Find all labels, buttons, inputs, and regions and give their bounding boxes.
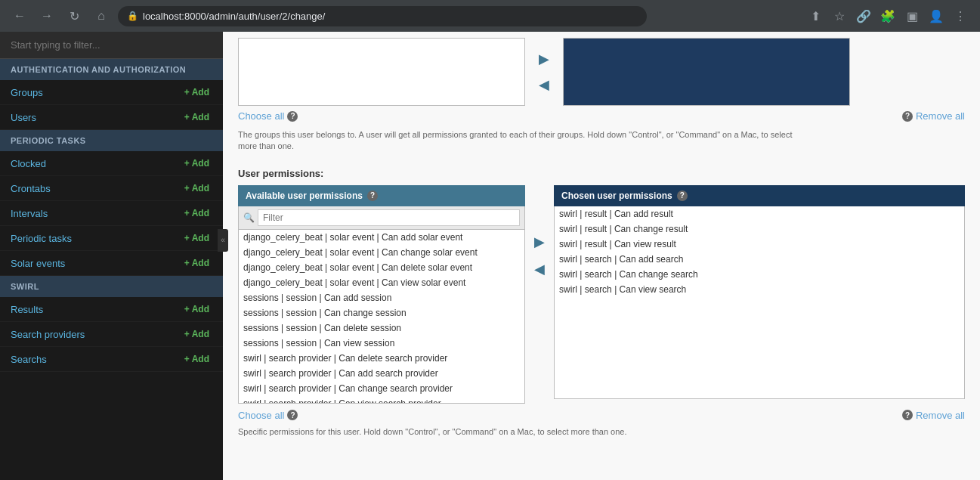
address-bar: 🔒 localhost:8000/admin/auth/user/2/chang… [118, 6, 647, 26]
lock-icon: 🔒 [127, 11, 138, 21]
chosen-permission-item[interactable]: swirl | result | Can change result [555, 221, 964, 237]
sidebar-item-results[interactable]: Results + Add [0, 297, 223, 322]
chosen-permissions-panel: Chosen user permissions ? swirl | result… [554, 185, 965, 399]
main-layout: AUTHENTICATION AND AUTHORIZATION Groups … [0, 32, 980, 480]
sidebar-item-periodic-tasks[interactable]: Periodic tasks + Add [0, 226, 223, 251]
groups-remove-all-info-icon: ? [902, 111, 913, 122]
available-permission-item[interactable]: swirl | search provider | Can change sea… [239, 381, 524, 396]
browser-chrome: ← → ↻ ⌂ 🔒 localhost:8000/admin/auth/user… [0, 0, 980, 32]
sidebar-item-search-providers[interactable]: Search providers + Add [0, 322, 223, 347]
chosen-permission-item[interactable]: swirl | search | Can add search [555, 252, 964, 267]
share-button[interactable]: ⬆ [805, 5, 826, 26]
available-groups-panel[interactable] [238, 38, 525, 106]
add-search-providers-button[interactable]: + Add [181, 327, 212, 341]
add-solar-events-button[interactable]: + Add [181, 256, 212, 270]
chosen-panel-info-icon: ? [677, 190, 688, 201]
groups-choose-all-info-icon: ? [287, 111, 298, 122]
sidebar-item-intervals[interactable]: Intervals + Add [0, 201, 223, 226]
available-permission-item[interactable]: django_celery_beat | solar event | Can c… [239, 245, 524, 260]
groups-transfer-btns: ▶ ◀ [525, 38, 563, 106]
available-panel-info-icon: ? [367, 190, 378, 201]
sidebar: AUTHENTICATION AND AUTHORIZATION Groups … [0, 32, 223, 480]
address-text: localhost:8000/admin/auth/user/2/change/ [143, 11, 638, 22]
available-permission-item[interactable]: sessions | session | Can view session [239, 336, 524, 351]
groups-panels-row: ▶ ◀ [223, 32, 980, 106]
add-searchs-button[interactable]: + Add [181, 352, 212, 366]
available-permission-item[interactable]: sessions | session | Can delete session [239, 321, 524, 336]
add-clocked-button[interactable]: + Add [181, 156, 212, 170]
available-permission-item[interactable]: swirl | search provider | Can add search… [239, 366, 524, 381]
sidebar-item-groups[interactable]: Groups + Add [0, 80, 223, 105]
permissions-transfer-btns: ▶ ◀ [525, 231, 554, 280]
permissions-panels: Available user permissions ? 🔍 django_ce… [238, 185, 965, 404]
menu-button[interactable]: ⋮ [950, 5, 971, 26]
sidebar-item-crontabs[interactable]: Crontabs + Add [0, 176, 223, 201]
sidebar-collapse-button[interactable]: « [218, 229, 228, 252]
groups-action-row: Choose all ? ? Remove all [223, 106, 980, 126]
reload-button[interactable]: ↻ [63, 5, 85, 26]
chosen-permission-item[interactable]: swirl | search | Can view search [555, 282, 964, 297]
add-intervals-button[interactable]: + Add [181, 206, 212, 220]
add-crontabs-button[interactable]: + Add [181, 181, 212, 195]
available-panel-header: Available user permissions ? [238, 185, 525, 206]
permissions-section: User permissions: Available user permiss… [223, 160, 980, 404]
available-permissions-panel: Available user permissions ? 🔍 django_ce… [238, 185, 525, 404]
sidebar-section-auth: AUTHENTICATION AND AUTHORIZATION [0, 59, 223, 80]
permissions-choose-all-button[interactable]: Choose all ? [238, 410, 298, 421]
chosen-permission-item[interactable]: swirl | search | Can change search [555, 267, 964, 282]
tablet-button[interactable]: ▣ [901, 5, 923, 26]
add-users-button[interactable]: + Add [181, 110, 212, 124]
permissions-help-text: Specific permissions for this user. Hold… [223, 426, 827, 444]
groups-choose-all-button[interactable]: Choose all ? [238, 110, 298, 122]
add-results-button[interactable]: + Add [181, 302, 212, 316]
chosen-permission-item[interactable]: swirl | result | Can add result [555, 206, 964, 221]
extension-btn[interactable]: 🔗 [853, 5, 874, 26]
permissions-choose-btn[interactable]: ▶ [531, 231, 548, 253]
back-button[interactable]: ← [9, 5, 30, 26]
chosen-permission-item[interactable]: swirl | result | Can view result [555, 237, 964, 252]
profile-button[interactable]: 👤 [926, 5, 947, 26]
permissions-remove-btn[interactable]: ◀ [531, 258, 548, 280]
available-permission-item[interactable]: swirl | search provider | Can view searc… [239, 396, 524, 404]
add-periodic-tasks-button[interactable]: + Add [181, 231, 212, 245]
chosen-permissions-list[interactable]: swirl | result | Can add resultswirl | r… [554, 206, 965, 399]
chosen-groups-panel[interactable] [563, 38, 850, 106]
sidebar-section-periodic: PERIODIC TASKS [0, 130, 223, 151]
available-permission-item[interactable]: sessions | session | Can change session [239, 305, 524, 321]
add-groups-button[interactable]: + Add [181, 85, 212, 99]
home-button[interactable]: ⌂ [91, 5, 112, 26]
sidebar-item-clocked[interactable]: Clocked + Add [0, 151, 223, 176]
sidebar-item-searchs[interactable]: Searchs + Add [0, 347, 223, 372]
available-permission-item[interactable]: django_celery_beat | solar event | Can a… [239, 230, 524, 245]
permissions-choose-all-info-icon: ? [287, 410, 298, 420]
puzzle-button[interactable]: 🧩 [877, 5, 898, 26]
permissions-filter-input[interactable] [258, 209, 520, 226]
available-permission-item[interactable]: django_celery_beat | solar event | Can d… [239, 260, 524, 275]
sidebar-filter-input[interactable] [0, 32, 223, 59]
sidebar-item-users[interactable]: Users + Add [0, 105, 223, 130]
available-permission-item[interactable]: django_celery_beat | solar event | Can v… [239, 275, 524, 290]
available-permission-item[interactable]: swirl | search provider | Can delete sea… [239, 351, 524, 366]
bookmark-button[interactable]: ☆ [829, 5, 850, 26]
groups-remove-btn[interactable]: ◀ [536, 73, 552, 96]
sidebar-section-swirl: SWIRL [0, 276, 223, 297]
sidebar-item-solar-events[interactable]: Solar events + Add [0, 251, 223, 276]
groups-choose-btn[interactable]: ▶ [536, 48, 552, 70]
permissions-remove-all-info-icon: ? [902, 410, 913, 420]
groups-help-text: The groups this user belongs to. A user … [223, 126, 827, 160]
browser-actions: ⬆ ☆ 🔗 🧩 ▣ 👤 ⋮ [805, 5, 971, 26]
permissions-remove-all-button[interactable]: ? Remove all [902, 410, 965, 421]
chosen-panel-header: Chosen user permissions ? [554, 185, 965, 206]
content-area: ▶ ◀ Choose all ? ? Remove all The groups… [223, 32, 980, 480]
forward-button[interactable]: → [36, 5, 57, 26]
permissions-label: User permissions: [238, 168, 965, 179]
filter-row: 🔍 [238, 206, 525, 230]
groups-remove-all-button[interactable]: ? Remove all [902, 110, 965, 122]
permissions-action-row: Choose all ? ? Remove all [223, 405, 980, 426]
available-permission-item[interactable]: sessions | session | Can add session [239, 290, 524, 305]
filter-search-icon: 🔍 [243, 212, 255, 223]
available-permissions-list[interactable]: django_celery_beat | solar event | Can a… [238, 230, 525, 404]
